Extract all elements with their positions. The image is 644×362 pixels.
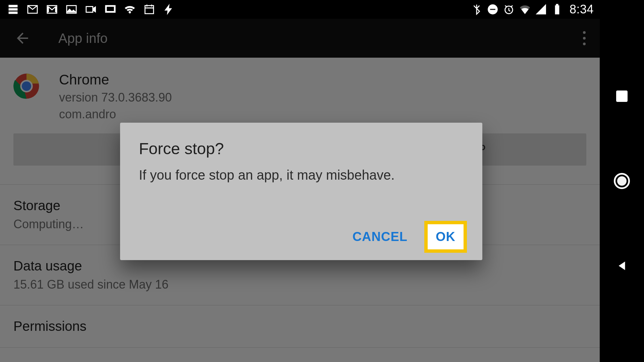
video-icon: [85, 4, 97, 15]
mail-icon: [27, 4, 38, 15]
wifi-signal-icon: [519, 4, 531, 15]
svg-rect-8: [145, 6, 154, 14]
dialog-actions: CANCEL OK: [139, 224, 464, 249]
dialog-message: If you force stop an app, it may misbeha…: [139, 166, 464, 184]
nav-home-button[interactable]: [612, 172, 631, 190]
svg-rect-7: [107, 7, 114, 11]
system-nav-bar: [600, 0, 644, 362]
svg-rect-13: [556, 4, 558, 5]
device-frame: Chrome version 73.0.3683.90 com.andro DI…: [0, 0, 644, 362]
force-stop-dialog: Force stop? If you force stop an app, it…: [120, 123, 482, 260]
nav-back-button[interactable]: [612, 256, 631, 275]
cancel-button[interactable]: CANCEL: [351, 226, 410, 247]
content-area: Chrome version 73.0.3683.90 com.andro DI…: [0, 0, 600, 362]
svg-rect-5: [86, 7, 93, 12]
stack-icon: [7, 4, 19, 15]
battery-icon: [551, 4, 563, 15]
dnd-icon: [487, 4, 498, 15]
bluetooth-icon: [471, 4, 482, 15]
status-bar: 8:34: [0, 0, 600, 19]
svg-rect-10: [490, 9, 495, 10]
ok-button[interactable]: OK: [428, 224, 464, 249]
wifi-icon: [124, 4, 136, 15]
status-clock: 8:34: [570, 2, 594, 16]
alarm-icon: [503, 4, 515, 15]
image-icon: [66, 4, 77, 15]
dialog-title: Force stop?: [139, 139, 464, 158]
calendar-icon: [144, 4, 155, 15]
cell-signal-icon: [535, 4, 547, 15]
bolt-icon: [163, 4, 174, 15]
screen-icon: [105, 4, 116, 15]
gmail-icon: [46, 4, 58, 15]
nav-recents-button[interactable]: [612, 87, 631, 106]
svg-rect-12: [555, 6, 559, 14]
